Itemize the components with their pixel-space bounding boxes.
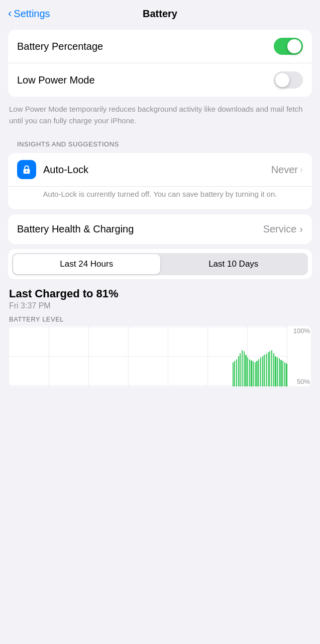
battery-health-row[interactable]: Battery Health & Charging Service ›: [8, 214, 312, 244]
battery-health-card[interactable]: Battery Health & Charging Service ›: [8, 214, 312, 244]
chart-bar: [247, 357, 248, 386]
battery-percentage-toggle[interactable]: [274, 38, 303, 55]
autolock-card: Auto-Lock Never › Auto-Lock is currently…: [8, 153, 312, 209]
chart-bar: [260, 357, 261, 386]
chart-bar: [286, 363, 287, 386]
toggles-card: Battery Percentage Low Power Mode: [8, 30, 312, 97]
time-selector-card: Last 24 Hours Last 10 Days: [8, 249, 312, 279]
chart-bar: [284, 362, 285, 386]
charged-section: Last Charged to 81% Fri 3:37 PM: [0, 282, 320, 312]
back-chevron-icon: ‹: [8, 8, 12, 19]
chart-bars: [9, 326, 288, 386]
chart-bar: [282, 361, 283, 386]
chart-bar: [277, 357, 278, 386]
autolock-current-value: Never: [271, 164, 298, 176]
autolock-row[interactable]: Auto-Lock Never ›: [8, 153, 312, 186]
autolock-value: Never ›: [271, 164, 303, 176]
chart-bar: [269, 351, 270, 386]
chart-bar: [245, 355, 246, 386]
chart-bar: [280, 360, 281, 386]
battery-percentage-label: Battery Percentage: [17, 41, 103, 52]
autolock-icon: [17, 160, 36, 179]
battery-health-chevron-icon: ›: [299, 223, 303, 235]
chart-bar: [271, 350, 272, 386]
low-power-mode-toggle[interactable]: [274, 71, 303, 89]
svg-point-1: [26, 171, 28, 172]
chart-bar: [264, 355, 265, 386]
tab-last-10-days[interactable]: Last 10 Days: [160, 254, 307, 274]
autolock-chevron-icon: ›: [300, 165, 303, 175]
chart-bar: [275, 356, 276, 386]
chart-section: BATTERY LEVEL 100% 50%: [0, 312, 320, 391]
chart-bar: [236, 359, 237, 386]
chart-bar: [273, 353, 274, 386]
chart-bar: [242, 350, 243, 386]
chart-bar: [249, 359, 250, 386]
insights-section-label: INSIGHTS AND SUGGESTIONS: [0, 133, 320, 151]
back-label: Settings: [14, 8, 50, 20]
toggle-thumb: [287, 39, 301, 53]
low-power-mode-row[interactable]: Low Power Mode: [8, 63, 312, 97]
tab-last-24-hours[interactable]: Last 24 Hours: [13, 254, 160, 274]
battery-health-value: Service: [263, 223, 297, 235]
charged-time: Fri 3:37 PM: [9, 301, 311, 310]
chart-100-label: 100%: [293, 327, 311, 335]
chart-bar: [253, 361, 254, 386]
chart-bar: [268, 352, 269, 386]
chart-bar: [262, 356, 263, 386]
tab-selector: Last 24 Hours Last 10 Days: [12, 253, 308, 275]
chart-bar: [238, 356, 239, 386]
chart-bar: [258, 359, 259, 386]
low-power-description: Low Power Mode temporarily reduces backg…: [0, 102, 320, 133]
chart-bar: [251, 360, 252, 386]
toggle-thumb: [275, 73, 289, 87]
navigation-header: ‹ Settings Battery: [0, 0, 320, 25]
battery-chart: 100% 50%: [9, 326, 311, 386]
low-power-mode-label: Low Power Mode: [17, 74, 95, 86]
chart-percent-labels: 100% 50%: [293, 326, 311, 386]
chart-bar: [256, 361, 257, 386]
chart-bar: [233, 362, 234, 386]
chart-bar: [279, 358, 280, 386]
back-button[interactable]: ‹ Settings: [8, 8, 50, 20]
chart-bar: [266, 354, 267, 386]
chart-bar: [234, 361, 235, 386]
battery-percentage-row[interactable]: Battery Percentage: [8, 30, 312, 63]
chart-bar: [255, 362, 256, 386]
chart-50-label: 50%: [293, 378, 311, 385]
autolock-label: Auto-Lock: [43, 164, 264, 176]
chart-bar: [240, 353, 241, 386]
charged-title: Last Charged to 81%: [9, 287, 311, 300]
autolock-description: Auto-Lock is currently turned off. You c…: [8, 186, 312, 209]
chart-label: BATTERY LEVEL: [9, 315, 311, 323]
chart-bar: [244, 351, 245, 386]
battery-health-right: Service ›: [263, 223, 303, 235]
page-title: Battery: [143, 8, 177, 20]
battery-health-label: Battery Health & Charging: [17, 223, 134, 235]
